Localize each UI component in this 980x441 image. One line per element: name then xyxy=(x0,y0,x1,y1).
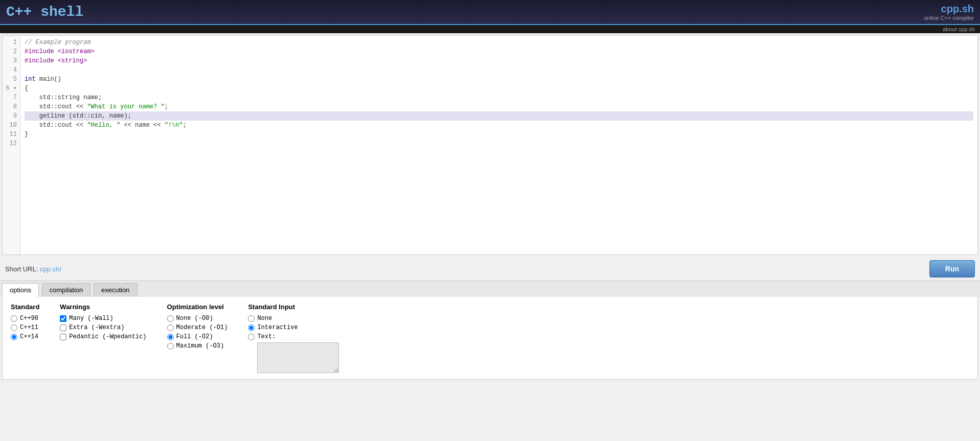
code-preprocessor: #include <iostream> xyxy=(25,47,95,56)
radio-input-text[interactable] xyxy=(248,334,255,340)
option-cpp98[interactable]: C++98 xyxy=(11,315,39,322)
standard-input-group: Standard Input None Interactive Text: xyxy=(248,303,339,373)
standard-input-title: Standard Input xyxy=(248,303,339,311)
code-keyword: int xyxy=(25,75,36,84)
short-url-label: Short URL: xyxy=(5,265,40,273)
options-panel: Standard C++98 C++11 C++14 Warnings Many… xyxy=(2,297,978,380)
tab-options[interactable]: options xyxy=(2,283,39,297)
tab-execution[interactable]: execution xyxy=(94,283,138,296)
radio-o0[interactable] xyxy=(167,315,174,322)
bottom-bar: Short URL: cpp.sh/ Run xyxy=(0,257,980,281)
code-line-12 xyxy=(25,139,973,148)
short-url: Short URL: cpp.sh/ xyxy=(5,265,61,273)
option-cpp11-label: C++11 xyxy=(20,324,38,331)
option-extra[interactable]: Extra (-Wextra) xyxy=(60,324,146,331)
line-num: 2 xyxy=(6,47,17,56)
option-cpp11[interactable]: C++11 xyxy=(11,324,39,331)
stdin-text-input[interactable] xyxy=(257,342,339,373)
radio-cpp11[interactable] xyxy=(11,324,17,331)
option-input-interactive[interactable]: Interactive xyxy=(248,324,339,331)
option-extra-label: Extra (-Wextra) xyxy=(69,324,124,331)
code-preprocessor: #include <string> xyxy=(25,56,87,65)
line-num: 8 xyxy=(6,102,17,111)
option-o0[interactable]: None (-O0) xyxy=(167,315,228,322)
code-line-4 xyxy=(25,65,973,75)
standard-title: Standard xyxy=(11,303,39,311)
check-many[interactable] xyxy=(60,315,66,322)
option-input-none[interactable]: None xyxy=(248,315,339,322)
logo-text: C++ shell xyxy=(6,4,83,20)
option-input-text-label: Text: xyxy=(257,333,276,340)
code-line-1: // Example program xyxy=(25,38,973,47)
option-o2-label: Full (-O2) xyxy=(176,333,213,340)
radio-o1[interactable] xyxy=(167,324,174,331)
option-input-none-label: None xyxy=(257,315,272,322)
option-o0-label: None (-O0) xyxy=(176,315,213,322)
option-o1[interactable]: Moderate (-O1) xyxy=(167,324,228,331)
option-pedantic[interactable]: Pedantic (-Wpedantic) xyxy=(60,333,146,340)
option-o2[interactable]: Full (-O2) xyxy=(167,333,228,340)
warnings-title: Warnings xyxy=(60,303,146,311)
code-line-6: { xyxy=(25,84,973,93)
option-o3-label: Maximum (-O3) xyxy=(176,342,224,350)
run-button[interactable]: Run xyxy=(929,260,975,277)
line-num: 7 xyxy=(6,93,17,102)
site-name: cpp.sh xyxy=(924,3,974,15)
radio-input-none[interactable] xyxy=(248,315,255,322)
option-many-label: Many (-Wall) xyxy=(69,315,113,322)
line-num: 3 xyxy=(6,56,17,65)
site-info: cpp.sh online C++ compiler xyxy=(924,3,974,21)
radio-cpp14[interactable] xyxy=(11,334,17,340)
code-line-11: } xyxy=(25,130,973,139)
short-url-link[interactable]: cpp.sh/ xyxy=(40,265,61,273)
option-cpp14[interactable]: C++14 xyxy=(11,333,39,340)
about-bar: about cpp.sh xyxy=(0,25,980,33)
radio-input-interactive[interactable] xyxy=(248,324,255,331)
tabs-container: options compilation execution xyxy=(0,281,980,297)
line-num: 10 xyxy=(6,121,17,130)
warnings-group: Warnings Many (-Wall) Extra (-Wextra) Pe… xyxy=(60,303,146,340)
code-line-5: int main() xyxy=(25,75,973,84)
option-o1-label: Moderate (-O1) xyxy=(176,324,228,331)
line-num: 12 xyxy=(6,139,17,148)
standard-group: Standard C++98 C++11 C++14 xyxy=(11,303,39,340)
option-input-text[interactable]: Text: xyxy=(248,333,339,340)
line-num: 1 xyxy=(6,38,17,47)
code-comment: // Example program xyxy=(25,38,91,47)
radio-cpp98[interactable] xyxy=(11,315,17,322)
option-input-interactive-label: Interactive xyxy=(257,324,298,331)
code-line-10: std::cout << "Hello, " << name << "!\n"; xyxy=(25,121,973,130)
code-line-2: #include <iostream> xyxy=(25,47,973,56)
check-extra[interactable] xyxy=(60,324,66,331)
code-line-7: std::string name; xyxy=(25,93,973,102)
check-pedantic[interactable] xyxy=(60,334,66,340)
logo: C++ shell xyxy=(6,4,83,20)
line-num: 4 xyxy=(6,65,17,75)
radio-o2[interactable] xyxy=(167,334,174,340)
editor-container: 1 2 3 4 5 6 ▾ 7 8 9 10 11 12 // Example … xyxy=(2,35,978,255)
line-num: 9 xyxy=(6,111,17,121)
code-line-9: getline (std::cin, name); xyxy=(25,111,973,121)
radio-o3[interactable] xyxy=(167,343,174,350)
line-num: 11 xyxy=(6,130,17,139)
option-cpp98-label: C++98 xyxy=(20,315,38,322)
site-tagline: online C++ compiler xyxy=(924,15,974,21)
tab-compilation[interactable]: compilation xyxy=(42,283,91,296)
code-editor[interactable]: // Example program #include <iostream> #… xyxy=(20,36,977,254)
optimization-group: Optimization level None (-O0) Moderate (… xyxy=(167,303,228,350)
optimization-title: Optimization level xyxy=(167,303,228,311)
option-pedantic-label: Pedantic (-Wpedantic) xyxy=(69,333,146,340)
option-cpp14-label: C++14 xyxy=(20,333,38,340)
header: C++ shell cpp.sh online C++ compiler xyxy=(0,0,980,25)
option-o3[interactable]: Maximum (-O3) xyxy=(167,342,228,350)
code-line-3: #include <string> xyxy=(25,56,973,65)
line-num: 6 ▾ xyxy=(6,84,17,93)
option-many[interactable]: Many (-Wall) xyxy=(60,315,146,322)
line-numbers: 1 2 3 4 5 6 ▾ 7 8 9 10 11 12 xyxy=(3,36,20,254)
line-num: 5 xyxy=(6,75,17,84)
about-link[interactable]: about cpp.sh xyxy=(943,26,975,32)
code-line-8: std::cout << "What is your name? "; xyxy=(25,102,973,111)
